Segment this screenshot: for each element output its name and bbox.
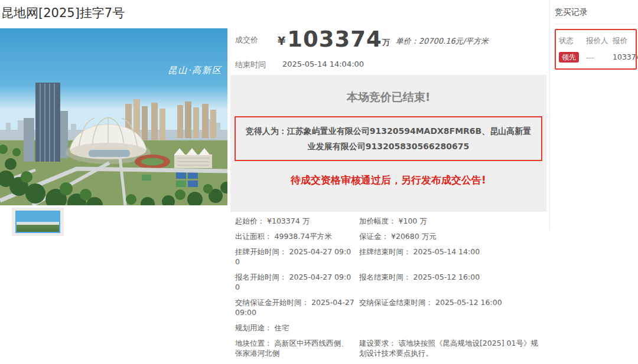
land-auction-page: 昆地网[2025]挂字7号 <box>0 0 638 364</box>
end-time-value: 2025-05-14 14:04:00 <box>282 60 364 70</box>
detail-cell: 出让面积： 49938.74平方米 <box>235 231 359 241</box>
detail-label: 挂牌开始时间： <box>235 247 289 256</box>
detail-cell: 报名开始时间： 2025-04-27 09:00 <box>235 272 359 292</box>
detail-value: ¥20680 万元 <box>391 232 437 241</box>
detail-value: ¥100 万 <box>398 217 427 225</box>
page-title: 昆地网[2025]挂字7号 <box>1 5 125 21</box>
deal-price-unit: 万 <box>382 37 390 50</box>
main-photo[interactable]: 昆山·高新区 <box>0 28 227 205</box>
detail-cell: 规划用途： 住宅 <box>235 323 359 333</box>
end-time-row: 结束时间 2025-05-14 14:04:00 <box>230 60 546 70</box>
bid-col-header: 报价 <box>613 36 633 46</box>
bidder-value: --- <box>586 53 613 62</box>
detail-value: 49938.74平方米 <box>274 232 331 241</box>
detail-cell: 交纳保证金结束时间： 2025-05-12 16:00 <box>359 297 543 317</box>
deal-summary: 成交价 ¥ 103374 万 单价：20700.16元/平方米 结束时间 202… <box>230 28 546 70</box>
detail-label: 交纳保证金结束时间： <box>359 298 435 307</box>
detail-label: 建设要求： <box>359 339 398 347</box>
detail-cell: 报名结束时间： 2025-05-12 16:00 <box>359 272 543 292</box>
detail-row: 挂牌开始时间： 2025-04-27 09:00挂牌结束时间： 2025-05-… <box>235 247 543 267</box>
detail-cell: 地块位置： 高新区中环西线西侧、张家港河北侧 <box>235 338 359 358</box>
detail-row: 报名开始时间： 2025-04-27 09:00报名结束时间： 2025-05-… <box>235 272 543 292</box>
winner-label: 竞得人为： <box>246 126 287 136</box>
detail-cell: 交纳保证金开始时间： 2025-04-27 09:00 <box>235 297 359 317</box>
followup-notice: 待成交资格审核通过后，另行发布成交公告! <box>230 173 546 187</box>
listing-details: 起始价： ¥103374 万加价幅度： ¥100 万出让面积： 49938.74… <box>235 216 543 364</box>
detail-label: 出让面积： <box>235 232 274 241</box>
detail-value: 2025-05-12 16:00 <box>413 273 480 281</box>
photo-watermark: 昆山·高新区 <box>168 65 223 76</box>
detail-label: 起始价： <box>235 217 267 225</box>
aerial-photo-illustration: 昆山·高新区 <box>0 28 227 205</box>
detail-label: 地块位置： <box>235 339 274 347</box>
currency-symbol: ¥ <box>278 34 285 50</box>
bid-records-box: 状态报价人报价 领先---103374 万 <box>555 29 637 70</box>
detail-value: 住宅 <box>274 323 289 332</box>
detail-label: 挂牌结束时间： <box>359 247 413 256</box>
detail-label: 加价幅度： <box>359 217 398 225</box>
deal-price-row: 成交价 ¥ 103374 万 单价：20700.16元/平方米 <box>230 28 546 50</box>
detail-cell: 挂牌开始时间： 2025-04-27 09:00 <box>235 247 359 267</box>
detail-value: 2025-05-14 14:00 <box>413 247 480 256</box>
deal-price-value: 103374 <box>287 28 382 50</box>
detail-label: 保证金： <box>359 232 391 241</box>
detail-row: 规划用途： 住宅 <box>235 323 543 333</box>
detail-label: 规划用途： <box>235 323 274 332</box>
auction-ended-notice: 本场竞价已结束! <box>230 90 546 105</box>
thumbnail-selected[interactable] <box>15 211 60 233</box>
detail-row: 起始价： ¥103374 万加价幅度： ¥100 万 <box>235 216 543 226</box>
bid-table-header: 状态报价人报价 <box>559 36 633 46</box>
leading-status-badge: 领先 <box>559 52 579 63</box>
auction-result-panel: 本场竞价已结束! 竞得人为：江苏象屿置业有限公司91320594MADX8FMR… <box>230 75 546 212</box>
detail-cell: 加价幅度： ¥100 万 <box>359 216 543 226</box>
bid-table-body: 领先---103374 万 <box>559 52 633 63</box>
detail-value: 2025-05-12 16:00 <box>435 298 502 307</box>
detail-cell: 起始价： ¥103374 万 <box>235 216 359 226</box>
detail-value: ¥103374 万 <box>267 217 310 225</box>
detail-row: 出让面积： 49938.74平方米保证金： ¥20680 万元 <box>235 231 543 241</box>
deal-price-label: 成交价 <box>235 35 278 50</box>
bid-records-sidebar: 竞买记录 状态报价人报价 领先---103374 万 <box>549 0 638 230</box>
bid-price-value: 103374 万 <box>613 53 638 63</box>
detail-cell: 保证金： ¥20680 万元 <box>359 231 543 241</box>
unit-price-note: 单价：20700.16元/平方米 <box>396 36 489 50</box>
thumbnail-container <box>12 208 64 236</box>
detail-row: 地块位置： 高新区中环西线西侧、张家港河北侧建设要求： 该地块按照《昆高规地设[… <box>235 338 543 358</box>
end-time-label: 结束时间 <box>235 60 282 70</box>
detail-cell: 建设要求： 该地块按照《昆高规地设[2025] 01号》规划设计技术要点执行。 <box>359 338 543 358</box>
bid-record-row: 领先---103374 万 <box>559 52 633 63</box>
detail-label: 报名结束时间： <box>359 273 413 281</box>
winner-box: 竞得人为：江苏象屿置业有限公司91320594MADX8FMR6B、昆山高新置业… <box>235 116 542 161</box>
detail-cell: 挂牌结束时间： 2025-05-14 14:00 <box>359 247 543 267</box>
detail-label: 交纳保证金开始时间： <box>235 298 311 307</box>
detail-row: 交纳保证金开始时间： 2025-04-27 09:00交纳保证金结束时间： 20… <box>235 297 543 317</box>
bid-col-header: 报价人 <box>586 36 613 46</box>
winner-value: 江苏象屿置业有限公司91320594MADX8FMR6B、昆山高新置业发展有限公… <box>287 126 532 151</box>
bid-records-title: 竞买记录 <box>555 0 637 24</box>
detail-label: 报名开始时间： <box>235 273 289 281</box>
bid-col-header: 状态 <box>559 36 586 46</box>
